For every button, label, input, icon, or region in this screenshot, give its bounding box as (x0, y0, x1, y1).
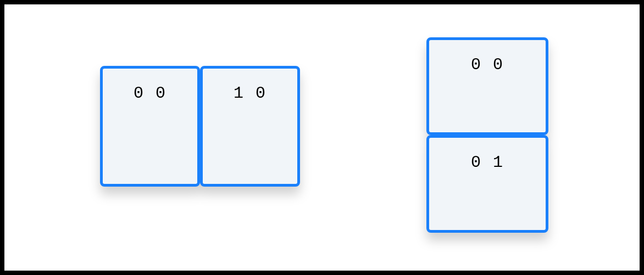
vertical-group: 0 0 0 1 (426, 37, 548, 233)
grid-cell: 1 0 (200, 66, 300, 187)
grid-cell: 0 0 (426, 37, 548, 135)
cell-label: 0 0 (471, 55, 504, 74)
cell-label: 1 0 (234, 84, 267, 103)
cell-label: 0 1 (471, 153, 504, 172)
horizontal-group: 0 0 1 0 (100, 66, 300, 187)
grid-cell: 0 0 (100, 66, 200, 187)
cell-label: 0 0 (134, 84, 166, 103)
grid-cell: 0 1 (426, 135, 548, 233)
diagram-canvas: 0 0 1 0 0 0 0 1 (4, 4, 640, 271)
